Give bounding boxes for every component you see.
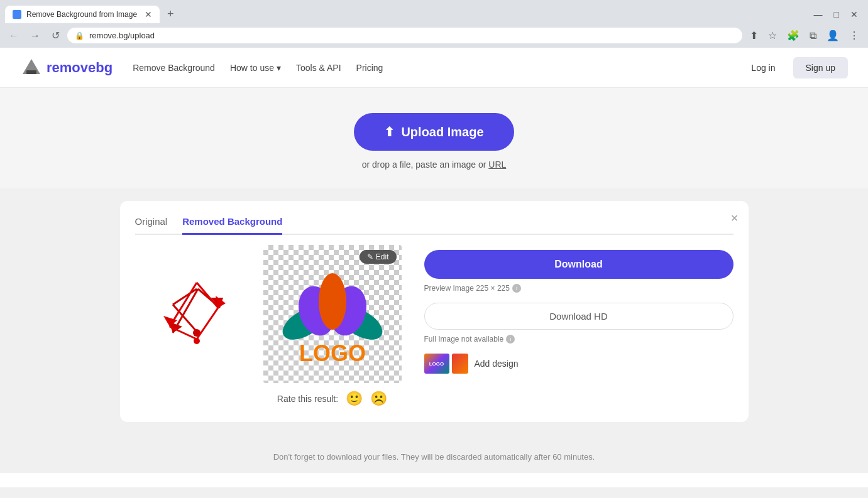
sad-rating-button[interactable]: ☹️ (370, 391, 387, 407)
page-content: removebg Remove Background How to use ▾ … (0, 48, 868, 487)
result-tabs: Original Removed Background (135, 216, 733, 235)
chevron-down-icon: ▾ (277, 63, 281, 73)
design-thumbnail-2 (452, 354, 468, 374)
hd-unavailable-info: Full Image not available i (424, 335, 733, 344)
login-button[interactable]: Log in (741, 58, 785, 78)
profile-button[interactable]: 👤 (823, 27, 843, 44)
share-button[interactable]: ⬆ (746, 27, 762, 44)
browser-tab[interactable]: Remove Background from Image ✕ (5, 6, 160, 23)
svg-line-12 (197, 283, 218, 308)
extensions-button[interactable]: 🧩 (783, 27, 803, 44)
logo-area[interactable]: removebg (20, 57, 113, 79)
download-panel: Download Preview Image 225 × 225 i Downl… (417, 245, 733, 374)
tab-title: Remove Background from Image (26, 10, 137, 19)
processed-logo-image: LOGO (273, 251, 392, 377)
rate-section: Rate this result: 🙂 ☹️ (263, 391, 402, 407)
tab-close-button[interactable]: ✕ (145, 9, 152, 19)
tab-removed-background[interactable]: Removed Background (182, 216, 282, 235)
footer-note: Don't forget to download your files. The… (0, 441, 868, 473)
logo-remove: remove (47, 60, 96, 75)
back-button[interactable]: ← (5, 28, 23, 44)
svg-point-16 (194, 338, 200, 344)
nav-tools-api[interactable]: Tools & API (296, 63, 341, 73)
browser-title-bar: Remove Background from Image ✕ + — □ ✕ (0, 0, 868, 23)
nav-how-to-use[interactable]: How to use ▾ (230, 63, 281, 73)
logo-overlay: LOGO (263, 245, 402, 383)
address-bar[interactable]: 🔒 remove.bg/upload (67, 28, 742, 43)
logo-text: removebg (47, 60, 113, 76)
result-section: × Original Removed Background (0, 188, 868, 441)
logo-icon (20, 57, 43, 79)
hd-info-icon: i (506, 335, 515, 344)
nav-right: Log in Sign up (741, 57, 848, 78)
nav-links: Remove Background How to use ▾ Tools & A… (133, 63, 741, 73)
url-text: remove.bg/upload (89, 31, 735, 40)
close-window-button[interactable]: ✕ (845, 8, 863, 21)
svg-text:LOGO: LOGO (299, 340, 366, 366)
preview-info: Preview Image 225 × 225 i (424, 284, 733, 293)
nav-pricing[interactable]: Pricing (356, 63, 383, 73)
svg-point-21 (319, 273, 346, 330)
lock-icon: 🔒 (75, 31, 84, 40)
add-design-label[interactable]: Add design (475, 359, 519, 369)
tab-original[interactable]: Original (135, 216, 168, 235)
new-tab-button[interactable]: + (162, 5, 179, 23)
url-link[interactable]: URL (488, 160, 506, 170)
edit-badge-button[interactable]: ✎ Edit (360, 250, 396, 264)
arrows-svg (148, 267, 236, 361)
upload-section: ⬆ Upload Image or drop a file, paste an … (0, 88, 868, 188)
upload-image-button[interactable]: ⬆ Upload Image (354, 113, 514, 151)
minimize-button[interactable]: — (809, 8, 828, 21)
nav-remove-background[interactable]: Remove Background (133, 63, 215, 73)
split-button[interactable]: ⧉ (806, 27, 820, 44)
forward-button[interactable]: → (26, 28, 44, 44)
result-body: LOGO ✎ Edit Rate this result: 🙂 ☹️ Downl… (135, 245, 733, 407)
original-preview (135, 245, 248, 383)
design-thumbnail-1: LOGO (424, 354, 449, 374)
browser-action-buttons: ⬆ ☆ 🧩 ⧉ 👤 ⋮ (746, 27, 863, 44)
checkerboard-background: LOGO (263, 245, 402, 383)
maximize-button[interactable]: □ (829, 8, 844, 21)
bookmark-button[interactable]: ☆ (764, 27, 781, 44)
rate-label: Rate this result: (277, 394, 338, 404)
tab-favicon (13, 10, 21, 19)
logo-bg: bg (96, 60, 113, 75)
result-card: × Original Removed Background (120, 201, 749, 422)
happy-rating-button[interactable]: 🙂 (346, 391, 363, 407)
upload-button-label: Upload Image (401, 125, 483, 139)
upload-subtext: or drop a file, paste an image or URL (0, 160, 868, 170)
upload-icon: ⬆ (384, 124, 395, 139)
navbar: removebg Remove Background How to use ▾ … (0, 48, 868, 88)
svg-line-15 (197, 308, 218, 339)
browser-chrome: Remove Background from Image ✕ + — □ ✕ ←… (0, 0, 868, 48)
menu-button[interactable]: ⋮ (845, 27, 863, 44)
svg-line-14 (170, 327, 197, 339)
processed-preview: LOGO ✎ Edit Rate this result: 🙂 ☹️ (263, 245, 402, 407)
window-controls: — □ ✕ (809, 8, 863, 21)
browser-toolbar: ← → ↺ 🔒 remove.bg/upload ⬆ ☆ 🧩 ⧉ 👤 ⋮ (0, 23, 868, 48)
svg-rect-2 (26, 70, 36, 74)
download-hd-button[interactable]: Download HD (424, 303, 733, 330)
preview-info-icon: i (512, 284, 521, 293)
close-result-button[interactable]: × (731, 211, 739, 225)
refresh-button[interactable]: ↺ (48, 27, 63, 44)
download-button[interactable]: Download (424, 250, 733, 279)
add-design-area[interactable]: LOGO Add design (424, 354, 733, 374)
signup-button[interactable]: Sign up (793, 57, 848, 78)
